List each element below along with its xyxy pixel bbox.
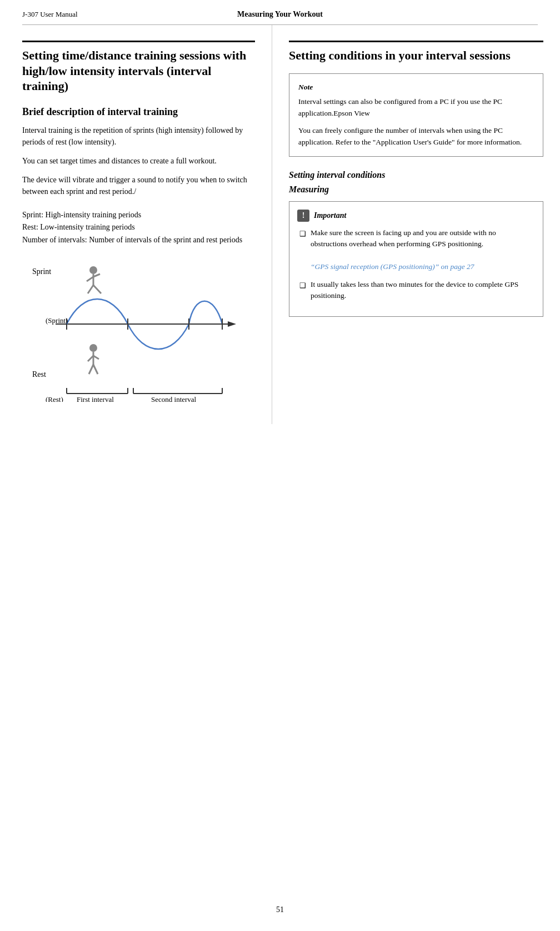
important-label: Important: [314, 210, 346, 222]
first-interval-label: First interval: [77, 395, 114, 402]
item2-text: It usually takes less than two minutes f…: [311, 279, 534, 302]
arrow: [228, 321, 236, 327]
left-column: Setting time/distance training sessions …: [0, 25, 272, 424]
important-header: ! Important: [297, 210, 534, 222]
interval-diagram: Sprint: [22, 257, 255, 413]
important-item-1: ❑ Make sure the screen is facing up and …: [297, 227, 534, 272]
main-content: Setting time/distance training sessions …: [0, 25, 560, 446]
right-section-title: Setting conditions in your interval sess…: [289, 41, 543, 63]
list-item: Rest: Low-intensity training periods: [22, 221, 255, 233]
note-text1: Interval settings can also be configured…: [298, 96, 534, 120]
rest-walker-icon: [88, 344, 99, 374]
diagram-svg: Sprint: [22, 257, 256, 402]
note-label: Note: [298, 82, 534, 93]
rest-parens-label: (Rest): [46, 395, 63, 402]
sprint-label: Sprint: [32, 267, 51, 276]
item1-text: Make sure the screen is facing up and yo…: [311, 227, 534, 272]
sprint-parens-label: (Sprint): [46, 316, 68, 325]
second-interval-label: Second interval: [151, 395, 197, 402]
svg-line-3: [93, 274, 100, 277]
important-list: ❑ Make sure the screen is facing up and …: [297, 227, 534, 302]
list-item: Number of intervals: Number of intervals…: [22, 234, 255, 246]
page-footer: 51: [0, 905, 560, 914]
right-column: Setting conditions in your interval sess…: [272, 25, 560, 424]
manual-label: J-307 User Manual: [22, 10, 89, 19]
checkbox-icon-2: ❑: [299, 280, 306, 302]
sprint-runner-icon: [87, 266, 101, 293]
important-box: ! Important ❑ Make sure the screen is fa…: [289, 201, 543, 317]
subsection-title: Brief description of interval training: [22, 106, 255, 118]
svg-line-5: [88, 285, 93, 293]
svg-line-2: [87, 277, 93, 281]
page-title: Measuring Your Workout: [89, 10, 471, 19]
setting-conditions-title: Setting interval conditions: [289, 170, 543, 180]
svg-line-10: [89, 365, 93, 374]
important-icon: !: [297, 210, 309, 222]
wave-1-up: [67, 299, 128, 324]
list-items: Sprint: High-intensity training periods …: [22, 209, 255, 246]
list-item: Sprint: High-intensity training periods: [22, 209, 255, 221]
item1-link[interactable]: “GPS signal reception (GPS positioning)”…: [311, 262, 474, 271]
left-section-title: Setting time/distance training sessions …: [22, 41, 255, 94]
svg-point-0: [89, 266, 97, 274]
note-text2: You can freely configure the number of i…: [298, 125, 534, 148]
svg-line-11: [93, 365, 98, 374]
para1: Interval training is the repetition of s…: [22, 125, 255, 148]
rest-label: Rest: [32, 370, 46, 379]
checkbox-icon-1: ❑: [299, 228, 306, 272]
note-box: Note Interval settings can also be confi…: [289, 73, 543, 157]
wave-1-down: [128, 324, 189, 349]
para2: You can set target times and distances t…: [22, 155, 255, 167]
wave-2-up: [189, 301, 222, 324]
important-item-2: ❑ It usually takes less than two minutes…: [297, 279, 534, 302]
para3: The device will vibrate and trigger a so…: [22, 174, 255, 198]
measuring-title: Measuring: [289, 185, 543, 195]
page-header: J-307 User Manual Measuring Your Workout: [0, 0, 560, 24]
svg-line-4: [93, 285, 101, 293]
item1-main-text: Make sure the screen is facing up and yo…: [311, 228, 496, 248]
svg-point-6: [89, 344, 97, 352]
page-number: 51: [276, 905, 284, 914]
